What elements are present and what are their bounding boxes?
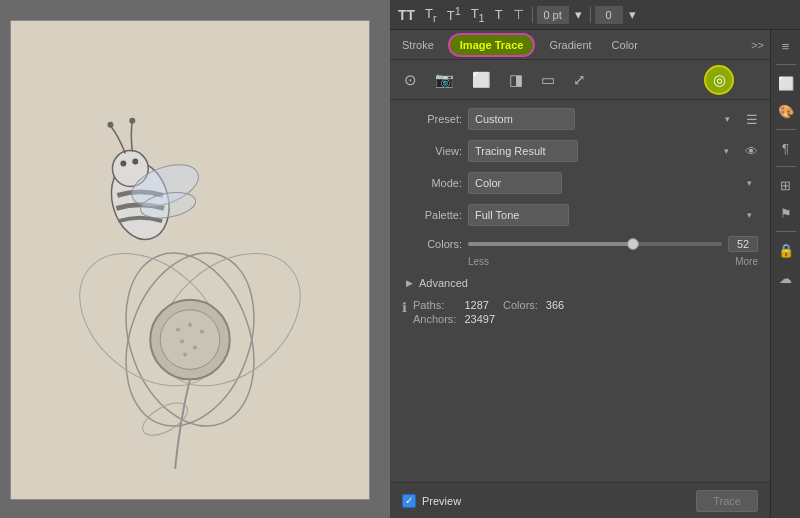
layers-icon[interactable]: ⬜ (774, 71, 798, 95)
right-sep-1 (776, 64, 796, 65)
svg-point-18 (129, 118, 135, 124)
mode-label: Mode: (402, 177, 462, 189)
view-row: View: Tracing Result Outline Source Imag… (402, 140, 758, 162)
advanced-row[interactable]: ▶ Advanced (402, 277, 758, 289)
triangle-icon[interactable]: ▶ (406, 278, 413, 288)
svg-point-9 (200, 330, 204, 334)
canvas-area (0, 0, 390, 518)
view-arrow: ▾ (724, 146, 729, 156)
anchors-label: Anchors: (413, 313, 456, 325)
colors-stat-label: Colors: (503, 299, 538, 311)
font-t4-icon[interactable]: ⊤ (509, 5, 528, 24)
preview-checkbox[interactable]: ✓ (402, 494, 416, 508)
svg-point-7 (176, 328, 180, 332)
colors-stat-value: 366 (546, 299, 564, 311)
view-label: View: (402, 145, 462, 157)
mode-select-wrapper: Color Grayscale Black and White ▾ (468, 172, 758, 194)
panel-area: TT Tr T1 T1 T ⊤ ▾ ▾ Stroke Image Trace G… (390, 0, 800, 518)
camera-icon[interactable]: 📷 (431, 69, 458, 91)
paths-label: Paths: (413, 299, 456, 311)
colors-slider-track[interactable] (468, 242, 722, 246)
checkbox-check: ✓ (405, 495, 413, 506)
svg-point-12 (183, 352, 187, 356)
colors-label: Colors: (402, 238, 462, 250)
svg-point-10 (180, 340, 184, 344)
svg-point-16 (132, 159, 138, 165)
cloud-icon[interactable]: ☁ (774, 266, 798, 290)
slider-hints: Less More (402, 256, 758, 267)
stats-row: ℹ Paths: 1287 Colors: 366 Anchors: 23497 (402, 299, 758, 325)
palette-row: Palette: Full Tone Limited Document Libr… (402, 204, 758, 226)
font-size-input[interactable] (537, 6, 569, 24)
preset-label: Preset: (402, 113, 462, 125)
panel-tabs: Stroke Image Trace Gradient Color >> (390, 30, 770, 60)
font-t3-icon[interactable]: T (491, 5, 507, 24)
hamburger-icon[interactable]: ≡ (774, 34, 798, 58)
trace-button[interactable]: Trace (696, 490, 758, 512)
toolbar-sep-1 (532, 7, 533, 23)
dropdown-arrow-1[interactable]: ▾ (571, 5, 586, 24)
swatches-icon[interactable]: 🎨 (774, 99, 798, 123)
tab-gradient[interactable]: Gradient (543, 35, 597, 55)
flag-icon[interactable]: ⚑ (774, 201, 798, 225)
list-options-icon[interactable]: ☰ (746, 112, 758, 127)
view-eye-icon[interactable]: 👁 (745, 144, 758, 159)
mode-row: Mode: Color Grayscale Black and White ▾ (402, 172, 758, 194)
view-select-wrapper: Tracing Result Outline Source Image Unpr… (468, 140, 735, 162)
grid-icon[interactable]: ⊞ (774, 173, 798, 197)
dropdown-arrow-2[interactable]: ▾ (625, 5, 640, 24)
square-icon[interactable]: ⬜ (468, 69, 495, 91)
rect-icon[interactable]: ▭ (537, 69, 559, 91)
paragraph-icon[interactable]: ¶ (774, 136, 798, 160)
bottom-bar: ✓ Preview Trace (390, 482, 770, 518)
font-tr-icon[interactable]: Tr (421, 4, 441, 26)
slider-thumb[interactable] (627, 238, 639, 250)
preset-select[interactable]: Custom Default High Fidelity Photo Low F… (468, 108, 575, 130)
trace-active-icon[interactable]: ◎ (704, 65, 734, 95)
tab-stroke[interactable]: Stroke (396, 35, 440, 55)
palette-select[interactable]: Full Tone Limited Document Library (468, 204, 569, 226)
mode-arrow: ▾ (747, 178, 752, 188)
slider-more-label: More (735, 256, 758, 267)
panel-content: Preset: Custom Default High Fidelity Pho… (390, 100, 770, 482)
font-t1-icon[interactable]: T1 (443, 3, 465, 25)
advanced-label: Advanced (419, 277, 468, 289)
right-toolbar: ≡ ⬜ 🎨 ¶ ⊞ ⚑ 🔒 ☁ (770, 30, 800, 518)
svg-point-15 (120, 161, 126, 167)
slider-less-label: Less (468, 256, 735, 267)
font-tt-icon[interactable]: TT (394, 5, 419, 25)
top-toolbar: TT Tr T1 T1 T ⊤ ▾ ▾ (390, 0, 800, 30)
svg-point-8 (188, 323, 192, 327)
preset-arrow: ▾ (725, 114, 730, 124)
info-icon[interactable]: ℹ (402, 300, 407, 315)
icon-toolbar: ⊙ 📷 ⬜ ◨ ▭ ⤢ ◎ (390, 60, 770, 100)
slider-fill (468, 242, 633, 246)
half-square-icon[interactable]: ◨ (505, 69, 527, 91)
colors-value[interactable]: 52 (728, 236, 758, 252)
palette-arrow: ▾ (747, 210, 752, 220)
palette-label: Palette: (402, 209, 462, 221)
auto-trace-icon[interactable]: ⊙ (400, 69, 421, 91)
right-sep-2 (776, 129, 796, 130)
mode-select[interactable]: Color Grayscale Black and White (468, 172, 562, 194)
lock-icon[interactable]: 🔒 (774, 238, 798, 262)
stats-grid: Paths: 1287 Colors: 366 Anchors: 23497 (413, 299, 564, 325)
tab-color[interactable]: Color (606, 35, 644, 55)
svg-point-6 (160, 310, 220, 370)
preset-row: Preset: Custom Default High Fidelity Pho… (402, 108, 758, 130)
font-tracking-input[interactable] (595, 6, 623, 24)
svg-point-11 (193, 346, 197, 350)
preview-label: Preview (422, 495, 461, 507)
font-t2-icon[interactable]: T1 (467, 4, 489, 26)
anchors-value: 23497 (464, 313, 495, 325)
preset-select-wrapper: Custom Default High Fidelity Photo Low F… (468, 108, 736, 130)
view-select[interactable]: Tracing Result Outline Source Image Unpr… (468, 140, 578, 162)
expand-icon[interactable]: ⤢ (569, 69, 590, 91)
tab-image-trace[interactable]: Image Trace (448, 33, 536, 57)
right-sep-3 (776, 166, 796, 167)
tabs-more[interactable]: >> (751, 39, 764, 51)
palette-select-wrapper: Full Tone Limited Document Library ▾ (468, 204, 758, 226)
paths-value: 1287 (464, 299, 495, 311)
preview-checkbox-wrapper[interactable]: ✓ Preview (402, 494, 461, 508)
toolbar-sep-2 (590, 7, 591, 23)
